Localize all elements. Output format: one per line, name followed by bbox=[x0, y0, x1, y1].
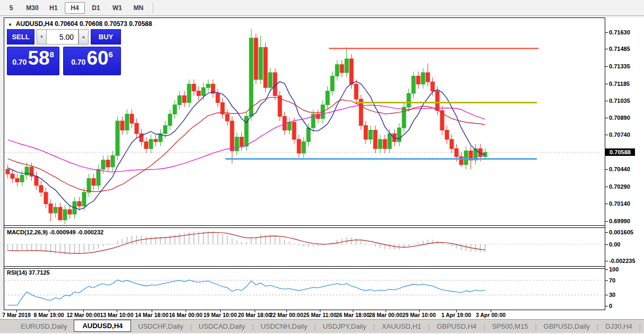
price-axis-label: 0.69990 bbox=[609, 218, 630, 224]
time-axis-tick bbox=[220, 310, 221, 312]
chart-tab-xauusd[interactable]: XAUUSD,H1 bbox=[375, 321, 428, 332]
price-axis-label: 0.70890 bbox=[609, 115, 630, 121]
chart-tab-usdchf[interactable]: USDCHF,Daily bbox=[131, 321, 190, 332]
time-axis-label: 16 Mar 00:00 bbox=[169, 312, 202, 318]
timeframe-button-5[interactable]: 5 bbox=[1, 2, 21, 14]
axis-tick bbox=[605, 244, 608, 245]
time-axis-tick bbox=[255, 310, 255, 312]
price-axis-label: 0.71035 bbox=[609, 98, 630, 104]
price-axis-label: 0.71185 bbox=[609, 81, 630, 87]
timeframe-button-m30[interactable]: M30 bbox=[22, 2, 42, 14]
time-axis-tick bbox=[117, 310, 117, 312]
time-axis-label: 1 Apr 19:00 bbox=[441, 312, 471, 318]
price-axis-label: 0.70440 bbox=[609, 166, 630, 172]
time-axis-label: 7 Mar 2019 bbox=[2, 312, 31, 318]
buy-price-box[interactable]: 0.70 60 6 bbox=[63, 47, 121, 75]
sell-price-box[interactable]: 0.70 58 8 bbox=[7, 47, 59, 75]
price-axis: 0.716300.714850.713350.711850.710350.708… bbox=[605, 17, 644, 319]
volume-increase-button[interactable]: ▲ bbox=[79, 29, 89, 45]
time-axis-tick bbox=[491, 310, 491, 312]
chart-tab-gbpusd[interactable]: GBPUSD,Daily bbox=[537, 321, 597, 332]
chart-tab-usdjpy[interactable]: USDJPY,Daily bbox=[316, 321, 373, 332]
time-axis-label: 22 Mar 00:00 bbox=[269, 312, 303, 318]
time-axis-label: 12 Mar 00:00 bbox=[66, 312, 100, 318]
macd-axis-label: -0.002235 bbox=[609, 258, 636, 264]
chart-tab-dj30[interactable]: DJ30,H4 bbox=[598, 321, 639, 332]
buy-price-main: 60 bbox=[86, 48, 108, 68]
axis-tick bbox=[605, 261, 608, 261]
timeframe-button-mn[interactable]: MN bbox=[128, 2, 149, 14]
timeframe-button-h1[interactable]: H1 bbox=[43, 2, 64, 14]
sell-price-main: 58 bbox=[28, 48, 49, 68]
time-axis-tick bbox=[286, 310, 287, 312]
macd-axis-label: 0.001605 bbox=[609, 229, 633, 235]
axis-tick bbox=[605, 49, 608, 49]
volume-input[interactable]: 5.00 bbox=[46, 29, 79, 45]
time-axis-label: 28 Mar 00:00 bbox=[369, 312, 402, 318]
timeframe-toolbar: 5M30H1H4D1W1MN bbox=[0, 0, 644, 16]
chart-tab-usdcad[interactable]: USDCAD,Daily bbox=[192, 321, 252, 332]
collapse-triangle-icon: ▲ bbox=[8, 22, 12, 27]
chart-tab-usdcnh[interactable]: USDCNH,Daily bbox=[254, 321, 314, 332]
axis-tick bbox=[605, 269, 608, 270]
price-axis-label: 0.70140 bbox=[609, 200, 630, 207]
pane-separator-rsi bbox=[4, 266, 605, 269]
time-axis-tick bbox=[186, 310, 186, 312]
chart-title: ▲ AUDUSD,H4 0.70604 0.70608 0.70573 0.70… bbox=[8, 20, 152, 28]
chart-window[interactable]: ▲ AUDUSD,H4 0.70604 0.70608 0.70573 0.70… bbox=[4, 17, 605, 310]
axis-tick bbox=[605, 280, 608, 281]
timeframe-button-h4[interactable]: H4 bbox=[65, 2, 85, 14]
chart-tab-sp500[interactable]: SP500,M15 bbox=[485, 321, 535, 332]
chart-tabs-bar: EURUSD,DailyAUDUSD,H4USDCHF,Daily|USDCAD… bbox=[0, 319, 644, 333]
rsi-indicator-label: RSI(14) 37.7125 bbox=[7, 269, 50, 276]
chart-tab-tech100[interactable]: TECH100,H1 bbox=[641, 321, 644, 332]
time-axis: 7 Mar 20198 Mar 19:0012 Mar 00:0013 Mar … bbox=[4, 310, 605, 319]
time-axis-tick bbox=[353, 310, 353, 312]
axis-tick bbox=[605, 187, 608, 187]
axis-tick bbox=[605, 204, 608, 204]
macd-indicator-label: MACD(12,26,9) -0.000949 -0.000232 bbox=[7, 229, 103, 235]
time-axis-label: 20 Mar 18:00 bbox=[238, 312, 271, 318]
chart-title-symbol: AUDUSD,H4 bbox=[16, 20, 53, 28]
price-axis-label: 0.70740 bbox=[609, 131, 630, 138]
time-axis-label: 19 Mar 10:00 bbox=[203, 312, 237, 318]
time-axis-tick bbox=[419, 310, 420, 312]
axis-tick bbox=[605, 169, 608, 170]
time-axis-tick bbox=[152, 310, 152, 312]
chart-tab-audusd[interactable]: AUDUSD,H4 bbox=[74, 320, 131, 332]
sell-button[interactable]: SELL bbox=[7, 29, 34, 45]
volume-decrease-button[interactable]: ▼ bbox=[37, 29, 47, 45]
axis-tick bbox=[605, 118, 608, 118]
price-axis-label: 0.71630 bbox=[609, 29, 630, 36]
chart-tab-eurusd[interactable]: EURUSD,Daily bbox=[14, 321, 74, 332]
price-axis-label: 0.71335 bbox=[609, 63, 630, 69]
rsi-axis-label: 0 bbox=[609, 303, 612, 309]
axis-tick bbox=[605, 32, 608, 33]
buy-price-pip: 6 bbox=[109, 50, 113, 59]
timeframe-button-d1[interactable]: D1 bbox=[86, 2, 106, 14]
chart-title-ohlc: 0.70604 0.70608 0.70573 0.70588 bbox=[55, 20, 152, 28]
sell-price-pip: 8 bbox=[50, 50, 54, 59]
axis-tick bbox=[605, 306, 608, 306]
one-click-trading-panel: SELL ▼ 5.00 ▲ BUY 0.70 58 8 0.70 60 6 bbox=[7, 29, 121, 76]
time-axis-label: 3 Apr 00:00 bbox=[476, 312, 506, 318]
price-axis-label: 0.70290 bbox=[609, 183, 630, 190]
current-price-tag: 0.70588 bbox=[605, 148, 635, 156]
time-axis-tick bbox=[456, 310, 457, 312]
axis-tick bbox=[605, 66, 608, 67]
buy-button[interactable]: BUY bbox=[91, 29, 121, 45]
axis-tick bbox=[605, 295, 608, 295]
rsi-line bbox=[8, 280, 485, 305]
buy-price-prefix: 0.70 bbox=[71, 58, 85, 66]
time-axis-tick bbox=[16, 310, 17, 312]
time-axis-tick bbox=[83, 310, 84, 312]
time-axis-tick bbox=[386, 310, 386, 312]
time-axis-label: 29 Mar 10:00 bbox=[402, 312, 436, 318]
chart-tab-gbpusd[interactable]: GBPUSD,H4 bbox=[430, 321, 483, 332]
time-axis-label: 14 Mar 18:00 bbox=[135, 312, 168, 318]
timeframe-button-w1[interactable]: W1 bbox=[107, 2, 127, 14]
pane-separator-macd bbox=[4, 225, 605, 228]
axis-tick bbox=[605, 101, 608, 101]
macd-axis-label: 0.00 bbox=[609, 241, 620, 248]
rsi-axis-label: 100 bbox=[609, 266, 619, 273]
